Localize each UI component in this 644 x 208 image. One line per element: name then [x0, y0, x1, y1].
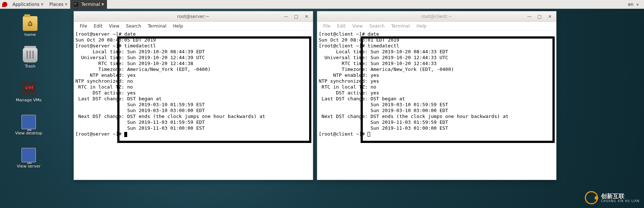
applications-menu[interactable]: Applications ▼: [10, 0, 46, 9]
desktop-icon-home[interactable]: home: [15, 16, 46, 37]
maximize-button[interactable]: □: [537, 14, 542, 19]
language-indicator[interactable]: en ▼: [626, 2, 641, 7]
menu-terminal[interactable]: Terminal: [145, 23, 169, 29]
close-button[interactable]: ✕: [547, 14, 552, 19]
monitor-icon: [21, 148, 36, 162]
places-label: Places: [49, 2, 63, 7]
menu-view[interactable]: View: [106, 23, 122, 29]
places-menu[interactable]: Places ▼: [46, 0, 70, 9]
window-title: root@server:~: [74, 14, 313, 19]
terminal-output[interactable]: [root@client ~]# date Sun Oct 20 08:43:0…: [317, 31, 556, 180]
menubar: File Edit View Search Terminal Help: [74, 22, 313, 31]
language-label: en: [628, 2, 633, 7]
annotation-box: [117, 36, 311, 143]
menu-search[interactable]: Search: [366, 23, 387, 29]
minimize-button[interactable]: —: [527, 14, 532, 19]
redhat-logo-icon: [2, 2, 7, 7]
cursor-icon: [124, 132, 127, 137]
titlebar[interactable]: root@server:~ — □ ✕: [74, 11, 313, 22]
menu-help[interactable]: Help: [414, 23, 429, 29]
chevron-down-icon: ▼: [101, 3, 104, 6]
icon-label: Trash: [25, 64, 35, 69]
menu-help[interactable]: Help: [170, 23, 186, 29]
icon-label: View server: [17, 164, 40, 169]
applications-label: Applications: [12, 2, 39, 7]
panel-left: Applications ▼ Places ▼ Terminal ▼: [0, 0, 107, 9]
titlebar[interactable]: root@client:~ — □ ✕: [317, 11, 556, 22]
watermark: 创新互联 CHUANG XIN HU LIAN: [585, 191, 640, 204]
chevron-down-icon: ▼: [636, 3, 639, 7]
window-buttons: — □ ✕: [527, 14, 556, 19]
top-panel: Applications ▼ Places ▼ Terminal ▼ en ▼: [0, 0, 644, 9]
terminal-label: Terminal: [81, 2, 100, 7]
vm-icon: [21, 82, 36, 96]
desktop-icon-manage-vms[interactable]: Manage VMs: [13, 82, 44, 103]
terminal-icon: [73, 1, 79, 7]
watermark-logo-icon: [583, 190, 600, 206]
window-title: root@client:~: [317, 14, 556, 19]
terminal-output[interactable]: [root@server ~]# date Sun Oct 20 08:43:0…: [74, 31, 313, 180]
folder-home-icon: [23, 16, 37, 31]
annotation-box: [361, 36, 555, 143]
menu-file[interactable]: File: [320, 23, 333, 29]
trash-icon: [23, 48, 37, 62]
maximize-button[interactable]: □: [294, 14, 299, 19]
window-server-terminal[interactable]: root@server:~ — □ ✕ File Edit View Searc…: [74, 11, 313, 180]
cursor-icon: [368, 132, 370, 137]
menu-edit[interactable]: Edit: [91, 23, 105, 29]
menubar: File Edit View Search Terminal Help: [317, 22, 556, 31]
icon-label: Manage VMs: [16, 98, 42, 103]
minimize-button[interactable]: —: [283, 14, 289, 19]
chevron-down-icon: ▼: [41, 3, 43, 6]
chevron-down-icon: ▼: [65, 3, 67, 6]
watermark-text: 创新互联: [601, 193, 625, 200]
desktop: Applications ▼ Places ▼ Terminal ▼ en ▼ …: [0, 0, 644, 208]
icon-label: home: [24, 32, 36, 37]
watermark-subtext: CHUANG XIN HU LIAN: [601, 200, 640, 203]
desktop-icon-trash[interactable]: Trash: [15, 48, 46, 69]
desktop-icon-view-server[interactable]: View server: [13, 148, 44, 169]
monitor-icon: [21, 115, 36, 129]
icon-label: View desktop: [15, 131, 42, 136]
close-button[interactable]: ✕: [304, 14, 309, 19]
window-client-terminal[interactable]: root@client:~ — □ ✕ File Edit View Searc…: [317, 11, 557, 180]
menu-edit[interactable]: Edit: [334, 23, 348, 29]
panel-right: en ▼: [626, 2, 644, 7]
menu-search[interactable]: Search: [123, 23, 144, 29]
window-buttons: — □ ✕: [283, 14, 313, 19]
menu-view[interactable]: View: [349, 23, 365, 29]
desktop-icon-view-desktop[interactable]: View desktop: [13, 115, 44, 136]
menu-file[interactable]: File: [77, 23, 90, 29]
menu-terminal[interactable]: Terminal: [388, 23, 413, 29]
terminal-taskbar-item[interactable]: Terminal ▼: [70, 0, 107, 9]
